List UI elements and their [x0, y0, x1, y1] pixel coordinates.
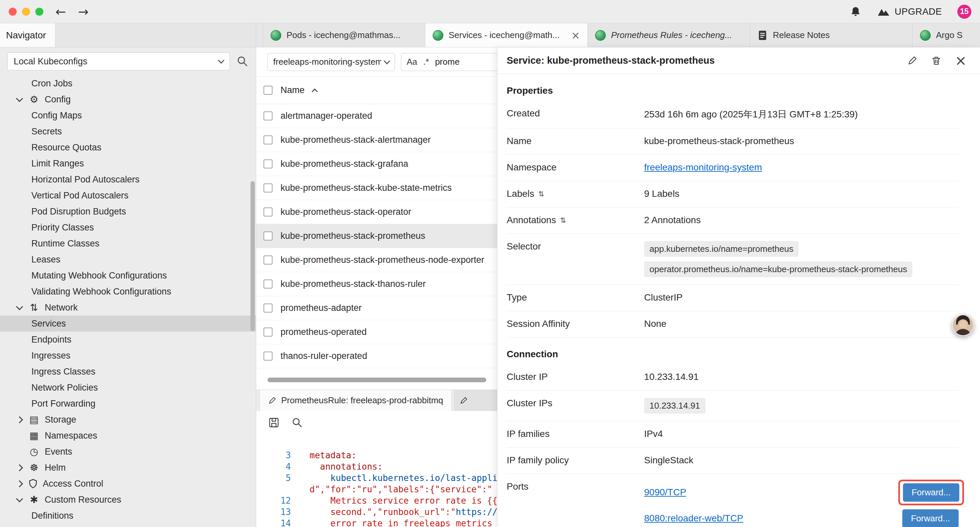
back-icon[interactable]: ←	[56, 5, 66, 18]
table-row[interactable]: kube-prometheus-stack-operator	[256, 200, 497, 224]
sidebar-item-port-forwarding[interactable]: Port Forwarding	[0, 396, 256, 412]
select-all-checkbox[interactable]	[264, 86, 272, 95]
window-zoom-button[interactable]	[35, 8, 43, 16]
table-row[interactable]: kube-prometheus-stack-thanos-ruler	[256, 272, 497, 296]
port-link[interactable]: 9090/TCP	[644, 487, 686, 498]
horizontal-scrollbar-thumb[interactable]	[267, 377, 486, 382]
sidebar-item-horizontal-pod-autoscalers[interactable]: Horizontal Pod Autoscalers	[0, 172, 256, 188]
forward-button[interactable]: Forward...	[902, 509, 959, 527]
sidebar-item-runtime-classes[interactable]: Runtime Classes	[0, 236, 256, 252]
tab-argo[interactable]: Argo S	[913, 23, 980, 47]
tab-services[interactable]: Services - icecheng@math... ×	[425, 23, 588, 47]
editor-search-icon[interactable]	[291, 417, 303, 428]
sidebar-item-access-control[interactable]: Access Control	[0, 476, 256, 492]
sidebar-item-network[interactable]: ⇅ Network	[0, 299, 256, 315]
sort-ascending-icon[interactable]	[312, 88, 318, 94]
table-row[interactable]: alertmanager-operated	[256, 104, 497, 128]
row-checkbox[interactable]	[264, 304, 272, 312]
table-row[interactable]: kube-prometheus-stack-kube-state-metrics	[256, 176, 497, 200]
expand-updown-icon[interactable]: ⇅	[538, 190, 544, 198]
row-checkbox[interactable]	[264, 183, 272, 193]
row-name: kube-prometheus-stack-operator	[280, 207, 411, 217]
close-panel-icon[interactable]: ×	[955, 54, 967, 68]
row-checkbox[interactable]	[264, 207, 272, 217]
tab-prometheus-rules[interactable]: Prometheus Rules - icecheng...	[588, 23, 750, 47]
sidebar-item-endpoints[interactable]: Endpoints	[0, 331, 256, 347]
expand-updown-icon[interactable]: ⇅	[560, 216, 566, 224]
name-column-header[interactable]: Name	[280, 85, 305, 96]
forward-icon[interactable]: →	[78, 5, 89, 18]
table-row[interactable]: kube-prometheus-stack-grafana	[256, 152, 497, 176]
upgrade-button[interactable]: UPGRADE	[877, 6, 942, 17]
row-checkbox[interactable]	[264, 159, 272, 169]
table-row[interactable]: prometheus-adapter	[256, 296, 497, 320]
search-input[interactable]	[435, 57, 478, 67]
sidebar-item-helm[interactable]: ☸ Helm	[0, 460, 256, 476]
sidebar-item-cron-jobs[interactable]: Cron Jobs	[0, 75, 256, 91]
row-checkbox[interactable]	[264, 328, 272, 336]
dock-tab-prometheusrule[interactable]: PrometheusRule: freeleaps-prod-rabbitmq	[259, 390, 452, 411]
sidebar-item-secrets[interactable]: Secrets	[0, 123, 256, 139]
sidebar-item-label: Priority Classes	[31, 223, 94, 233]
sidebar-item-events[interactable]: ◷ Events	[0, 444, 256, 460]
forward-button[interactable]: Forward...	[903, 483, 959, 502]
row-checkbox[interactable]	[264, 352, 272, 361]
yaml-editor[interactable]: 3metadata: 4 annotations: 5 kubectl.kube…	[256, 434, 497, 527]
window-close-button[interactable]	[9, 8, 17, 16]
tab-pods[interactable]: Pods - icecheng@mathmas...	[263, 23, 425, 47]
sidebar-item-mutating-webhook-configurations[interactable]: Mutating Webhook Configurations	[0, 267, 256, 283]
table-row[interactable]: kube-prometheus-stack-prometheus-node-ex…	[256, 248, 497, 272]
notifications-bell-icon[interactable]	[850, 6, 861, 18]
row-checkbox[interactable]	[264, 280, 272, 288]
sidebar-item-ingress-classes[interactable]: Ingress Classes	[0, 363, 256, 380]
sidebar-item-pod-disruption-budgets[interactable]: Pod Disruption Budgets	[0, 204, 256, 220]
delete-trash-icon[interactable]	[931, 56, 942, 66]
table-row[interactable]: prometheus-operated	[256, 320, 497, 344]
table-row-selected[interactable]: kube-prometheus-stack-prometheus	[256, 224, 497, 248]
sidebar-item-network-policies[interactable]: Network Policies	[0, 380, 256, 396]
chevron-right-icon	[16, 416, 23, 423]
namespace-filter-select[interactable]: freeleaps-monitoring-system	[267, 53, 395, 71]
close-tab-icon[interactable]: ×	[571, 30, 580, 41]
detail-value: 10.233.14.91	[644, 372, 959, 383]
sidebar-item-leases[interactable]: Leases	[0, 252, 256, 267]
table-row[interactable]: thanos-ruler-operated	[256, 344, 497, 368]
sidebar-search-icon[interactable]	[237, 56, 248, 67]
sidebar-item-resource-quotas[interactable]: Resource Quotas	[0, 139, 256, 155]
sidebar-item-config[interactable]: ⚙ Config	[0, 91, 256, 107]
kubeconfig-select[interactable]: Local Kubeconfigs	[7, 53, 230, 70]
tab-release-notes[interactable]: Release Notes	[750, 23, 913, 47]
sidebar-item-namespaces[interactable]: ▦ Namespaces	[0, 428, 256, 444]
row-checkbox[interactable]	[264, 255, 272, 264]
save-icon[interactable]	[268, 417, 280, 428]
match-case-toggle[interactable]: Aa	[407, 57, 417, 67]
namespace-link[interactable]: freeleaps-monitoring-system	[644, 162, 762, 172]
selector-badge: operator.prometheus.io/name=kube-prometh…	[644, 261, 912, 277]
row-checkbox[interactable]	[264, 231, 272, 240]
sidebar-item-services[interactable]: Services	[0, 315, 256, 331]
sidebar-item-config-maps[interactable]: Config Maps	[0, 107, 256, 123]
sidebar-item-limit-ranges[interactable]: Limit Ranges	[0, 155, 256, 172]
navigator-tab[interactable]: Navigator	[0, 23, 56, 47]
regex-toggle[interactable]: .*	[423, 57, 429, 67]
sidebar-scrollbar-thumb[interactable]	[250, 181, 255, 331]
port-link[interactable]: 8080:reloader-web/TCP	[644, 513, 743, 524]
cluster-icon	[270, 30, 281, 41]
dock-tab-partial[interactable]	[454, 390, 497, 411]
sidebar-item-validating-webhook-configurations[interactable]: Validating Webhook Configurations	[0, 283, 256, 299]
detail-label: Cluster IP	[507, 372, 644, 382]
sidebar-item-ingresses[interactable]: Ingresses	[0, 347, 256, 363]
sidebar-item-priority-classes[interactable]: Priority Classes	[0, 220, 256, 236]
sidebar-item-definitions[interactable]: Definitions	[0, 508, 256, 524]
sidebar-item-storage[interactable]: ▤ Storage	[0, 412, 256, 428]
window-minimize-button[interactable]	[22, 8, 30, 16]
row-checkbox[interactable]	[264, 111, 272, 120]
edit-pencil-icon[interactable]	[907, 56, 918, 66]
row-checkbox[interactable]	[264, 135, 272, 145]
sidebar-item-custom-resources[interactable]: ✱ Custom Resources	[0, 492, 256, 508]
table-row[interactable]: kube-prometheus-stack-alertmanager	[256, 128, 497, 152]
notification-count-badge[interactable]: 15	[957, 5, 971, 19]
sidebar-item-vertical-pod-autoscalers[interactable]: Vertical Pod Autoscalers	[0, 188, 256, 204]
detail-row-ip-family-policy: IP family policy SingleStack	[507, 447, 959, 474]
avatar[interactable]	[952, 314, 974, 336]
